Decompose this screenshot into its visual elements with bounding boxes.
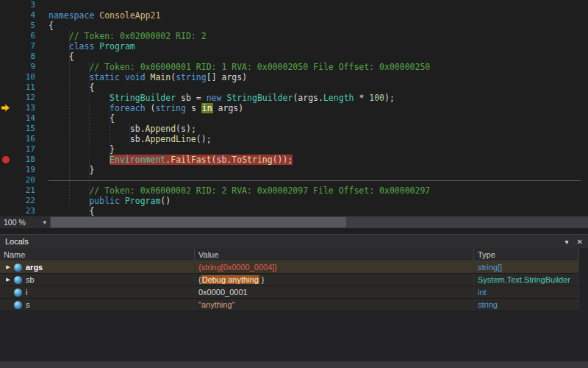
breakpoint-margin[interactable] (0, 155, 13, 165)
line-number: 3 (13, 0, 44, 10)
locals-title-bar[interactable]: Locals ▾ ✕ (0, 235, 588, 248)
code-text[interactable] (44, 0, 588, 10)
variable-name: i (26, 288, 27, 297)
line-number: 19 (13, 165, 44, 175)
code-line-9[interactable]: 9 // Token: 0x06000001 RID: 1 RVA: 0x000… (0, 62, 588, 72)
code-line-5[interactable]: 5{ (0, 21, 588, 31)
code-text[interactable]: // Token: 0x06000001 RID: 1 RVA: 0x00002… (44, 62, 588, 72)
breakpoint-margin[interactable] (0, 31, 13, 41)
code-text[interactable]: foreach (string s in args) (44, 103, 588, 113)
breakpoint-margin[interactable] (0, 82, 13, 93)
code-text[interactable]: // Token: 0x06000002 RID: 2 RVA: 0x00002… (44, 185, 588, 196)
code-text[interactable]: { (44, 21, 588, 31)
locals-row-args[interactable]: ▶args{string[0x0000_0004]}string[] (0, 261, 579, 274)
code-text[interactable]: public Program() (44, 196, 588, 206)
code-text[interactable]: { (44, 206, 588, 216)
editor-bottom-bar: 100 % ▾ (0, 216, 588, 228)
expander-icon[interactable]: ▶ (4, 277, 12, 283)
column-header-type[interactable]: Type (474, 248, 579, 261)
window-menu-chevron-down-icon[interactable]: ▾ (565, 238, 569, 246)
variable-value[interactable]: "anything" (195, 299, 474, 311)
line-number: 13 (13, 103, 44, 113)
debugger-window: 34namespace ConsoleApp215{6 // Token: 0x… (0, 0, 588, 368)
code-text[interactable]: { (44, 113, 588, 124)
code-line-14[interactable]: 14 { (0, 113, 588, 124)
breakpoint-margin[interactable] (0, 52, 13, 62)
code-line-6[interactable]: 6 // Token: 0x02000002 RID: 2 (0, 31, 588, 41)
code-line-4[interactable]: 4namespace ConsoleApp21 (0, 10, 588, 21)
breakpoint-margin[interactable] (0, 72, 13, 82)
code-line-8[interactable]: 8 { (0, 52, 588, 62)
locals-row-s[interactable]: s"anything"string (0, 299, 579, 311)
code-line-7[interactable]: 7 class Program (0, 41, 588, 52)
breakpoint-margin[interactable] (0, 10, 13, 21)
code-text[interactable]: StringBuilder sb = new StringBuilder(arg… (44, 93, 588, 103)
breakpoint-margin[interactable] (0, 21, 13, 31)
breakpoint-margin[interactable] (0, 62, 13, 72)
zoom-control[interactable]: 100 % ▾ (0, 216, 51, 228)
line-number: 17 (13, 144, 44, 155)
code-text[interactable]: namespace ConsoleApp21 (44, 10, 588, 21)
line-number: 21 (13, 185, 44, 196)
column-header-value[interactable]: Value (195, 248, 474, 261)
code-text[interactable]: Environment.FailFast(sb.ToString()); (44, 155, 588, 165)
breakpoint-margin[interactable] (0, 165, 13, 175)
close-icon[interactable]: ✕ (577, 238, 583, 246)
breakpoint-icon[interactable] (2, 156, 10, 163)
breakpoint-margin[interactable] (0, 103, 13, 113)
code-line-13[interactable]: 13 foreach (string s in args) (0, 103, 588, 113)
code-line-11[interactable]: 11 { (0, 82, 588, 93)
code-line-18[interactable]: 18 Environment.FailFast(sb.ToString()); (0, 155, 588, 165)
code-line-21[interactable]: 21 // Token: 0x06000002 RID: 2 RVA: 0x00… (0, 185, 588, 196)
code-text[interactable]: } (44, 165, 588, 175)
code-line-22[interactable]: 22 public Program() (0, 196, 588, 206)
breakpoint-margin[interactable] (0, 124, 13, 134)
breakpoint-margin[interactable] (0, 185, 13, 196)
variable-type: int (474, 286, 579, 298)
code-text[interactable]: sb.Append(s); (44, 124, 588, 134)
chevron-down-icon[interactable]: ▾ (43, 219, 46, 226)
column-header-name[interactable]: Name (0, 248, 195, 261)
code-text[interactable]: { (44, 52, 588, 62)
line-number: 12 (13, 93, 44, 103)
member-separator (49, 180, 581, 181)
horizontal-scrollbar[interactable] (51, 216, 588, 228)
expander-icon[interactable]: ▶ (4, 264, 12, 270)
breakpoint-margin[interactable] (0, 196, 13, 206)
code-editor[interactable]: 34namespace ConsoleApp215{6 // Token: 0x… (0, 0, 588, 216)
variable-icon (14, 263, 22, 272)
variable-icon (14, 301, 22, 309)
code-line-19[interactable]: 19 } (0, 165, 588, 175)
code-line-3[interactable]: 3 (0, 0, 588, 10)
breakpoint-margin[interactable] (0, 175, 13, 185)
code-line-17[interactable]: 17 } (0, 144, 588, 155)
variable-icon (14, 289, 22, 297)
code-line-23[interactable]: 23 { (0, 206, 588, 216)
line-number: 5 (13, 21, 44, 31)
code-text[interactable]: sb.AppendLine(); (44, 134, 588, 144)
variable-value[interactable]: {Debug anything } (195, 274, 474, 286)
code-line-20[interactable]: 20 (0, 175, 588, 185)
code-text[interactable]: { (44, 82, 588, 93)
breakpoint-margin[interactable] (0, 113, 13, 124)
breakpoint-margin[interactable] (0, 93, 13, 103)
code-text[interactable] (44, 175, 588, 185)
variable-value[interactable]: 0x0000_0001 (195, 286, 474, 298)
code-text[interactable]: } (44, 144, 588, 155)
code-text[interactable]: class Program (44, 41, 588, 52)
breakpoint-margin[interactable] (0, 41, 13, 52)
locals-row-i[interactable]: i0x0000_0001int (0, 286, 579, 299)
breakpoint-margin[interactable] (0, 0, 13, 10)
code-line-15[interactable]: 15 sb.Append(s); (0, 124, 588, 134)
breakpoint-margin[interactable] (0, 206, 13, 216)
code-line-10[interactable]: 10 static void Main(string[] args) (0, 72, 588, 82)
scrollbar-thumb[interactable] (51, 217, 346, 227)
code-line-16[interactable]: 16 sb.AppendLine(); (0, 134, 588, 144)
variable-value[interactable]: {string[0x0000_0004]} (195, 261, 474, 273)
code-text[interactable]: // Token: 0x02000002 RID: 2 (44, 31, 588, 41)
code-line-12[interactable]: 12 StringBuilder sb = new StringBuilder(… (0, 93, 588, 103)
breakpoint-margin[interactable] (0, 134, 13, 144)
locals-row-sb[interactable]: ▶sb{Debug anything }System.Text.StringBu… (0, 274, 579, 286)
breakpoint-margin[interactable] (0, 144, 13, 155)
code-text[interactable]: static void Main(string[] args) (44, 72, 588, 82)
